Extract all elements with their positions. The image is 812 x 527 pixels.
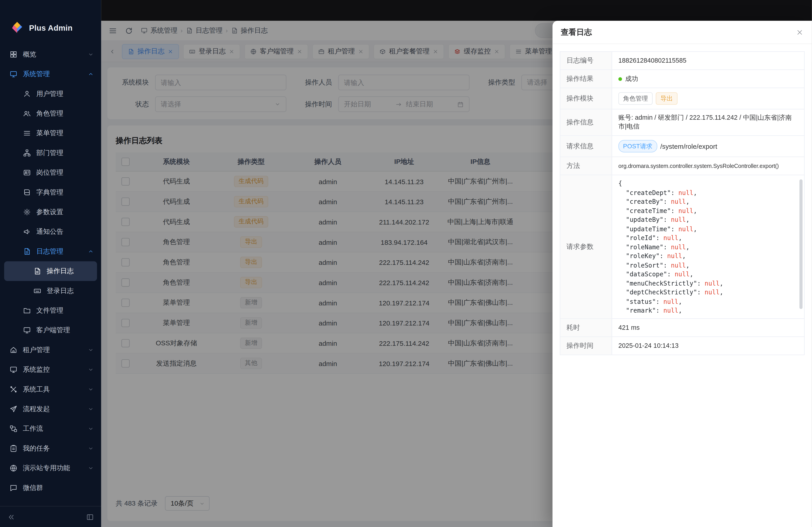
sidebar-item-dept-mgmt[interactable]: 部门管理	[0, 143, 101, 163]
drawer-title: 查看日志	[561, 27, 592, 37]
sidebar-item-param-settings[interactable]: 参数设置	[0, 202, 101, 222]
sidebar-item-flow-start[interactable]: 流程发起	[0, 399, 101, 419]
keyboard-icon	[33, 287, 42, 295]
request-url-value: /system/role/export	[660, 142, 717, 150]
sidebar-item-workflow[interactable]: 工作流	[0, 419, 101, 438]
megaphone-icon	[23, 228, 31, 236]
result-value: 成功	[625, 74, 638, 83]
monitor-icon	[9, 70, 18, 78]
sidebar-item-file-mgmt[interactable]: 文件管理	[0, 301, 101, 320]
book-icon	[23, 188, 31, 197]
globe-icon	[9, 464, 18, 472]
action-tag: 导出	[656, 92, 678, 105]
request-params-code: { "createDept": null, "createBy": null, …	[612, 175, 804, 318]
sidebar-item-notice[interactable]: 通知公告	[0, 222, 101, 241]
home-icon	[9, 346, 18, 354]
collapse-sidebar-icon[interactable]	[7, 513, 15, 521]
chevron-down-icon	[88, 406, 94, 412]
sidebar-item-post-mgmt[interactable]: 岗位管理	[0, 163, 101, 182]
detail-row-info: 操作信息 账号: admin / 研发部门 / 222.175.114.242 …	[560, 109, 804, 136]
list-icon	[23, 129, 31, 137]
success-dot-icon	[619, 77, 622, 81]
detail-row-duration: 耗时 421 ms	[560, 319, 804, 337]
sidebar-item-user-mgmt[interactable]: 用户管理	[0, 84, 101, 104]
detail-row-module: 操作模块 角色管理 导出	[560, 88, 804, 109]
sidebar-item-login-log[interactable]: 登录日志	[0, 281, 101, 301]
chevron-up-icon	[88, 249, 94, 255]
view-log-drawer: 查看日志 日志编号 1882612840802115585 操作结果 成功 操作…	[553, 21, 812, 527]
monitor-icon	[23, 326, 31, 334]
detail-row-time: 操作时间 2025-01-24 10:14:13	[560, 337, 804, 355]
app-title: Plus Admin	[29, 23, 73, 32]
app-logo[interactable]: Plus Admin	[0, 0, 101, 44]
log-id-value: 1882612840802115585	[612, 52, 804, 70]
log-detail: 日志编号 1882612840802115585 操作结果 成功 操作模块 角色…	[553, 44, 812, 362]
chevron-down-icon	[88, 425, 94, 432]
sidebar-item-demo-features[interactable]: 演示站专用功能	[0, 458, 101, 478]
sidebar-menu: 概览 系统管理 用户管理 角色管理 菜单管理 部门管理	[0, 44, 101, 506]
chevron-down-icon	[88, 51, 94, 58]
panel-toggle-icon[interactable]	[86, 513, 94, 521]
users-icon	[23, 109, 31, 118]
doc-icon	[33, 267, 42, 275]
sidebar-item-role-mgmt[interactable]: 角色管理	[0, 104, 101, 123]
duration-value: 421 ms	[612, 319, 804, 336]
sidebar-item-tenant-mgmt[interactable]: 租户管理	[0, 340, 101, 360]
sidebar-item-operation-log[interactable]: 操作日志	[4, 261, 97, 281]
sidebar-item-wechat-group[interactable]: 微信群	[0, 478, 101, 498]
monitor-icon	[9, 366, 18, 374]
tree-icon	[23, 149, 31, 157]
chevron-down-icon	[88, 366, 94, 373]
badge-icon	[23, 169, 31, 177]
operation-info-value: 账号: admin / 研发部门 / 222.175.114.242 / 中国|…	[612, 109, 804, 135]
detail-row-method: 方法 org.dromara.system.controller.system.…	[560, 157, 804, 175]
chevron-down-icon	[88, 446, 94, 452]
sidebar-item-client-mgmt[interactable]: 客户端管理	[0, 320, 101, 340]
gear-icon	[23, 208, 31, 216]
post-method-tag: POST请求	[619, 140, 657, 152]
clipboard-icon	[9, 444, 18, 453]
detail-row-params: 请求参数 { "createDept": null, "createBy": n…	[560, 175, 804, 319]
chevron-up-icon	[88, 71, 94, 77]
chevron-down-icon	[88, 386, 94, 393]
sidebar: Plus Admin 概览 系统管理 用户管理 角色管理	[0, 0, 101, 527]
detail-row-log-id: 日志编号 1882612840802115585	[560, 52, 804, 70]
send-icon	[9, 405, 18, 413]
sidebar-footer	[0, 506, 101, 527]
grid-icon	[9, 50, 18, 59]
folder-icon	[23, 306, 31, 315]
tools-icon	[9, 385, 18, 394]
chevron-down-icon	[88, 347, 94, 353]
user-icon	[23, 90, 31, 98]
sidebar-item-dict-mgmt[interactable]: 字典管理	[0, 183, 101, 202]
chevron-down-icon	[88, 465, 94, 471]
sidebar-item-overview[interactable]: 概览	[0, 45, 101, 64]
module-tag: 角色管理	[619, 92, 653, 105]
sidebar-item-my-tasks[interactable]: 我的任务	[0, 439, 101, 458]
close-icon[interactable]	[796, 28, 804, 36]
method-value: org.dromara.system.controller.system.Sys…	[612, 157, 804, 175]
detail-row-request: 请求信息 POST请求 /system/role/export	[560, 136, 804, 157]
detail-row-result: 操作结果 成功	[560, 70, 804, 88]
chat-icon	[9, 484, 18, 492]
sidebar-item-log-mgmt[interactable]: 日志管理	[0, 242, 101, 261]
sidebar-item-system-monitor[interactable]: 系统监控	[0, 360, 101, 379]
sidebar-item-system-mgmt[interactable]: 系统管理	[0, 64, 101, 84]
doc-icon	[23, 247, 31, 256]
operation-time-value: 2025-01-24 10:14:13	[612, 337, 804, 355]
sidebar-item-menu-mgmt[interactable]: 菜单管理	[0, 123, 101, 143]
sidebar-item-system-tools[interactable]: 系统工具	[0, 380, 101, 399]
flow-icon	[9, 425, 18, 433]
app-root: Plus Admin 概览 系统管理 用户管理 角色管理	[0, 0, 812, 527]
scrollbar-thumb[interactable]	[799, 179, 802, 309]
logo-icon	[10, 21, 24, 34]
